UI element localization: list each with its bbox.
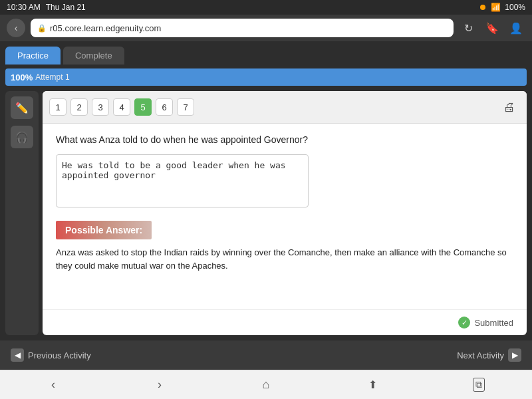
attempt-label: Attempt 1 <box>35 72 69 82</box>
browser-tabs-button[interactable]: ⧉ <box>466 372 492 398</box>
previous-activity-label: Previous Activity <box>28 350 91 360</box>
question-number-1[interactable]: 1 <box>49 98 66 116</box>
print-button[interactable]: 🖨 <box>499 96 520 118</box>
headphone-icon: 🎧 <box>15 131 29 144</box>
tab-practice[interactable]: Practice <box>5 47 61 65</box>
address-bar[interactable]: 🔒 r05.core.learn.edgenuity.com <box>31 19 454 37</box>
previous-activity-button[interactable]: ◀ Previous Activity <box>0 340 102 370</box>
time-display: 10:30 AM <box>7 3 41 12</box>
back-button[interactable]: ‹ <box>7 19 25 37</box>
question-number-4[interactable]: 4 <box>113 98 130 116</box>
question-number-5[interactable]: 5 <box>134 98 152 116</box>
battery-dot-icon <box>480 5 485 10</box>
next-arrow-icon: ▶ <box>508 348 521 362</box>
prev-arrow-icon: ◀ <box>11 348 24 362</box>
next-activity-label: Next Activity <box>457 350 504 360</box>
browser-chrome: ‹ 🔒 r05.core.learn.edgenuity.com ↻ 🔖 👤 <box>0 15 532 41</box>
tab-bar: Practice Complete <box>0 41 532 65</box>
browser-back-button[interactable]: ‹ <box>40 372 66 398</box>
main-area: ✏️ 🎧 1 2 3 4 5 6 7 🖨 What <box>0 91 532 340</box>
question-text: What was Anza told to do when he was app… <box>56 134 513 145</box>
question-content: What was Anza told to do when he was app… <box>43 124 527 309</box>
tabs-icon: ⧉ <box>473 378 485 392</box>
possible-answer-text: Anza was asked to stop the Indian raids … <box>56 246 513 272</box>
question-number-7[interactable]: 7 <box>177 98 194 116</box>
activity-navigation-bar: ◀ Previous Activity Next Activity ▶ <box>0 340 532 370</box>
pencil-icon: ✏️ <box>15 102 29 114</box>
content-panel: 1 2 3 4 5 6 7 🖨 What was Anza told to do… <box>43 91 527 335</box>
back-chevron-icon: ‹ <box>51 378 55 392</box>
battery-display: 100% <box>505 3 525 12</box>
home-icon: ⌂ <box>263 378 270 392</box>
profile-button[interactable]: 👤 <box>507 19 525 37</box>
forward-chevron-icon: › <box>158 378 162 392</box>
progress-section: 100% Attempt 1 <box>0 65 532 91</box>
submitted-check-icon: ✓ <box>458 317 470 329</box>
browser-bottom-bar: ‹ › ⌂ ⬆ ⧉ <box>0 370 532 399</box>
printer-icon: 🖨 <box>503 100 515 114</box>
answer-textarea[interactable] <box>56 154 309 207</box>
share-icon: ⬆ <box>368 378 377 391</box>
date-display: Thu Jan 21 <box>46 3 86 12</box>
question-number-6[interactable]: 6 <box>156 98 173 116</box>
progress-bar-container: 100% Attempt 1 <box>5 68 527 86</box>
bookmark-button[interactable]: 🔖 <box>483 19 501 37</box>
audio-button[interactable]: 🎧 <box>11 126 33 148</box>
next-activity-button[interactable]: Next Activity ▶ <box>446 340 532 370</box>
progress-bar-fill: 100% Attempt 1 <box>5 68 527 86</box>
browser-forward-button[interactable]: › <box>146 372 173 398</box>
possible-answer-section: Possible Answer: Anza was asked to stop … <box>56 221 513 272</box>
pencil-tool-button[interactable]: ✏️ <box>11 96 33 119</box>
wifi-icon: 📶 <box>491 3 501 12</box>
possible-answer-label: Possible Answer: <box>56 221 152 239</box>
browser-home-button[interactable]: ⌂ <box>253 372 279 398</box>
tab-complete[interactable]: Complete <box>63 47 124 65</box>
lock-icon: 🔒 <box>37 24 47 33</box>
status-bar: 10:30 AM Thu Jan 21 📶 100% <box>0 0 532 15</box>
refresh-button[interactable]: ↻ <box>459 19 477 37</box>
progress-percent: 100% <box>11 72 33 82</box>
submitted-label: Submitted <box>474 318 513 328</box>
question-number-3[interactable]: 3 <box>92 98 109 116</box>
url-text: r05.core.learn.edgenuity.com <box>50 23 161 33</box>
sidebar: ✏️ 🎧 <box>5 91 39 335</box>
question-number-bar: 1 2 3 4 5 6 7 🖨 <box>43 91 527 124</box>
browser-share-button[interactable]: ⬆ <box>359 372 386 398</box>
app-container: Practice Complete 100% Attempt 1 ✏️ 🎧 <box>0 41 532 340</box>
question-number-2[interactable]: 2 <box>70 98 88 116</box>
content-footer: ✓ Submitted <box>43 309 527 335</box>
